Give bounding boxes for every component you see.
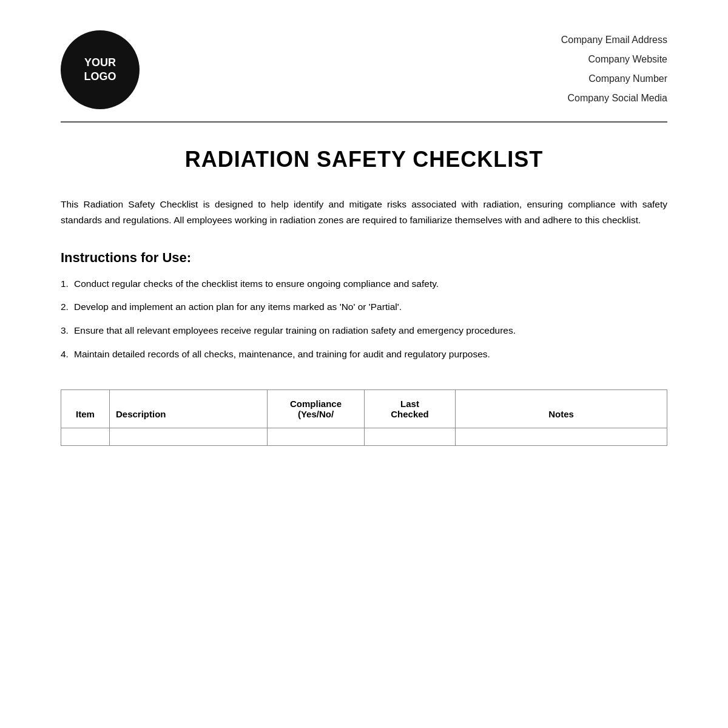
col-compliance-sub: (Yes/No/ [274,409,358,419]
company-logo: YOUR LOGO [61,30,140,109]
header: YOUR LOGO Company Email Address Company … [61,30,667,109]
table-cell-item [61,428,110,445]
table-cell-compliance [268,428,365,445]
page: YOUR LOGO Company Email Address Company … [0,0,728,728]
company-website-label: Company Website [561,50,667,69]
col-last-label: Last [400,399,419,409]
col-compliance: Compliance (Yes/No/ [268,389,365,428]
col-item-label: Item [76,409,95,419]
logo-line2: LOGO [84,70,116,84]
table-cell-notes [456,428,667,445]
col-notes-label: Notes [548,409,574,419]
col-notes: Notes [456,389,667,428]
logo-line1: YOUR [84,56,116,70]
document-title: RADIATION SAFETY CHECKLIST [61,147,667,172]
company-info: Company Email Address Company Website Co… [561,30,667,108]
instruction-2: Develop and implement an action plan for… [74,300,667,315]
col-last-checked: Last Checked [365,389,456,428]
instructions-list: 1. Conduct regular checks of the checkli… [61,277,667,362]
instructions-heading: Instructions for Use: [61,250,667,266]
instruction-4: Maintain detailed records of all checks,… [74,347,667,362]
table-cell-last [365,428,456,445]
col-last-sub: Checked [371,409,449,419]
col-description: Description [110,389,268,428]
instructions-section: Instructions for Use: 1. Conduct regular… [61,250,667,362]
checklist-table: Item Description Compliance (Yes/No/ Las… [61,389,667,446]
list-item: 2. Develop and implement an action plan … [61,300,667,315]
company-number-label: Company Number [561,69,667,89]
col-description-label: Description [116,409,166,419]
header-divider [61,121,667,123]
document-description: This Radiation Safety Checklist is desig… [61,197,667,229]
company-email-label: Company Email Address [561,30,667,50]
table-header-row: Item Description Compliance (Yes/No/ Las… [61,389,667,428]
list-item: 4. Maintain detailed records of all chec… [61,347,667,362]
instruction-3: Ensure that all relevant employees recei… [74,323,667,339]
col-compliance-label: Compliance [290,399,342,409]
table-row [61,428,667,445]
list-item: 1. Conduct regular checks of the checkli… [61,277,667,292]
col-item: Item [61,389,110,428]
instruction-1: Conduct regular checks of the checklist … [74,277,667,292]
table-cell-desc [110,428,268,445]
company-social-label: Company Social Media [561,89,667,108]
list-item: 3. Ensure that all relevant employees re… [61,323,667,339]
